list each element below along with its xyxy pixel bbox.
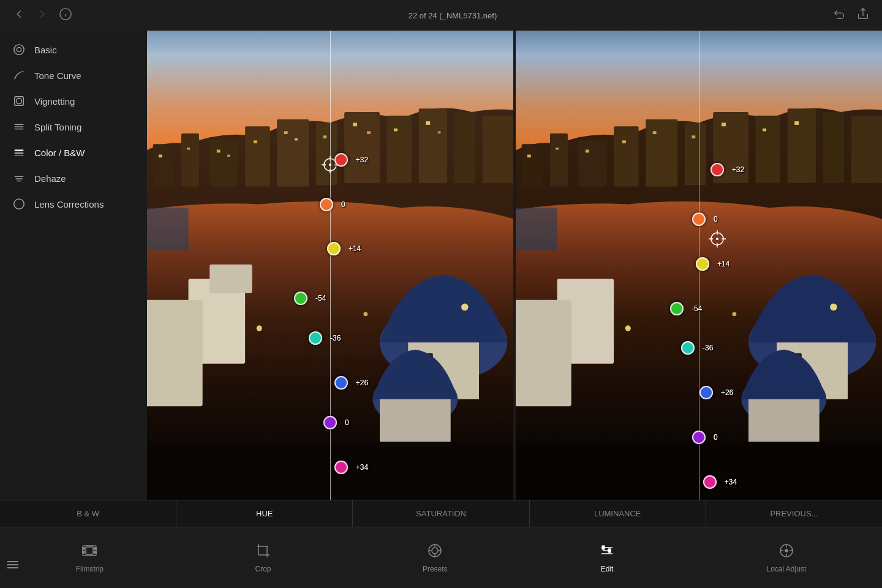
svg-point-123 <box>785 549 788 552</box>
svg-rect-42 <box>438 131 441 133</box>
right-photo-panel: +320+14-54-36+260+34+320+14-54-36+260+34 <box>516 31 882 527</box>
svg-rect-30 <box>159 155 162 158</box>
dehaze-icon <box>12 172 26 185</box>
svg-point-55 <box>461 304 469 311</box>
forward-button[interactable] <box>36 7 49 24</box>
svg-rect-87 <box>748 399 820 449</box>
sidebar-item-lens-corrections[interactable]: Lens Corrections <box>0 191 147 217</box>
svg-rect-66 <box>646 119 677 187</box>
svg-rect-26 <box>419 108 447 183</box>
svg-rect-67 <box>685 123 706 185</box>
toolbar-presets[interactable]: Presets <box>410 537 460 579</box>
back-button[interactable] <box>12 7 26 24</box>
toolbar-local-adjust[interactable]: Local Adjust <box>755 537 819 579</box>
sidebar-item-color-bw[interactable]: Color / B&W <box>0 140 147 165</box>
svg-point-96 <box>716 238 718 240</box>
lens-corrections-icon <box>12 197 26 211</box>
share-button[interactable] <box>856 7 870 24</box>
svg-rect-51 <box>147 208 189 250</box>
tab-previous[interactable]: PREVIOUS... <box>706 500 882 527</box>
menu-button[interactable] <box>5 559 21 571</box>
tab-hue[interactable]: HUE <box>176 500 353 527</box>
sidebar-item-basic[interactable]: Basic <box>0 37 147 62</box>
basic-label: Basic <box>34 45 57 55</box>
toolbar-edit[interactable]: Edit <box>587 537 627 579</box>
photo-title: 22 of 24 (_NML5731.nef) <box>409 11 497 20</box>
svg-rect-77 <box>622 140 626 143</box>
svg-rect-62 <box>522 144 543 186</box>
svg-point-17 <box>14 199 24 209</box>
top-bar: 22 of 24 (_NML5731.nef) <box>0 0 882 31</box>
svg-rect-35 <box>284 131 288 134</box>
svg-rect-74 <box>527 155 531 158</box>
top-bar-right <box>833 7 870 24</box>
local-adjust-label: Local Adjust <box>767 565 807 573</box>
svg-rect-20 <box>209 140 238 186</box>
svg-rect-81 <box>763 129 766 132</box>
dehaze-label: Dehaze <box>34 173 66 184</box>
svg-rect-80 <box>722 123 726 126</box>
svg-rect-69 <box>756 116 781 183</box>
svg-rect-33 <box>227 155 230 157</box>
edit-icon <box>599 543 615 561</box>
panel-menu: Basic Tone Curve Vignetting <box>0 31 147 527</box>
svg-rect-39 <box>367 131 371 134</box>
tab-bw[interactable]: B & W <box>0 500 176 527</box>
crop-label: Crop <box>255 565 271 573</box>
svg-rect-82 <box>794 121 799 125</box>
toolbar-filmstrip[interactable]: Filmstrip <box>64 537 116 579</box>
svg-rect-71 <box>823 112 845 183</box>
edit-label: Edit <box>601 565 614 573</box>
svg-rect-75 <box>556 148 559 149</box>
split-toning-icon <box>12 120 26 134</box>
tab-saturation[interactable]: SATURATION <box>353 500 529 527</box>
svg-rect-72 <box>851 116 882 183</box>
tab-luminance[interactable]: LUMINANCE <box>530 500 706 527</box>
split-view: +320+14-54-36+260+34+320+14-54-36+260+34 <box>147 31 882 527</box>
left-crosshair <box>322 156 339 173</box>
color-tabs-row: B & W HUE SATURATION LUMINANCE PREVIOUS.… <box>0 500 882 527</box>
svg-rect-21 <box>245 126 270 186</box>
svg-rect-32 <box>217 149 221 153</box>
color-bw-icon <box>12 146 26 159</box>
svg-point-53 <box>257 325 262 331</box>
svg-point-92 <box>625 325 631 331</box>
sidebar-item-tone-curve[interactable]: Tone Curve <box>0 62 147 88</box>
svg-rect-19 <box>181 134 199 187</box>
svg-point-93 <box>732 312 736 316</box>
split-toning-label: Split Toning <box>34 122 81 132</box>
local-adjust-icon <box>778 543 794 561</box>
right-crosshair <box>709 230 726 247</box>
sidebar-item-vignetting[interactable]: Vignetting <box>0 88 147 114</box>
sidebar-item-split-toning[interactable]: Split Toning <box>0 114 147 140</box>
svg-rect-49 <box>209 265 252 293</box>
tone-curve-label: Tone Curve <box>34 70 81 81</box>
svg-rect-70 <box>788 108 816 183</box>
svg-rect-24 <box>344 112 380 183</box>
svg-rect-36 <box>295 138 298 140</box>
tone-curve-icon <box>12 69 26 82</box>
svg-rect-76 <box>586 149 589 153</box>
filmstrip-label: Filmstrip <box>76 565 104 573</box>
svg-rect-103 <box>83 551 85 553</box>
svg-rect-79 <box>692 135 695 138</box>
svg-rect-23 <box>316 123 337 185</box>
undo-button[interactable] <box>833 7 846 24</box>
svg-rect-104 <box>94 548 96 549</box>
info-button[interactable] <box>59 7 72 24</box>
vignetting-label: Vignetting <box>34 96 75 107</box>
svg-point-54 <box>363 312 368 316</box>
lens-corrections-label: Lens Corrections <box>34 199 104 209</box>
left-photo-panel: +320+14-54-36+260+34+320+14-54-36+260+34 <box>147 31 513 527</box>
svg-rect-28 <box>483 116 513 183</box>
svg-rect-65 <box>614 126 639 186</box>
toolbar-crop[interactable]: Crop <box>243 537 283 579</box>
left-panel: Basic Tone Curve Vignetting <box>0 31 147 527</box>
svg-rect-120 <box>608 549 611 552</box>
photos-area: +320+14-54-36+260+34+320+14-54-36+260+34 <box>147 31 882 527</box>
sidebar-item-dehaze[interactable]: Dehaze <box>0 165 147 191</box>
svg-rect-89 <box>516 300 571 407</box>
basic-icon <box>12 43 26 56</box>
filmstrip-icon <box>81 543 97 561</box>
right-center-line <box>699 31 699 527</box>
